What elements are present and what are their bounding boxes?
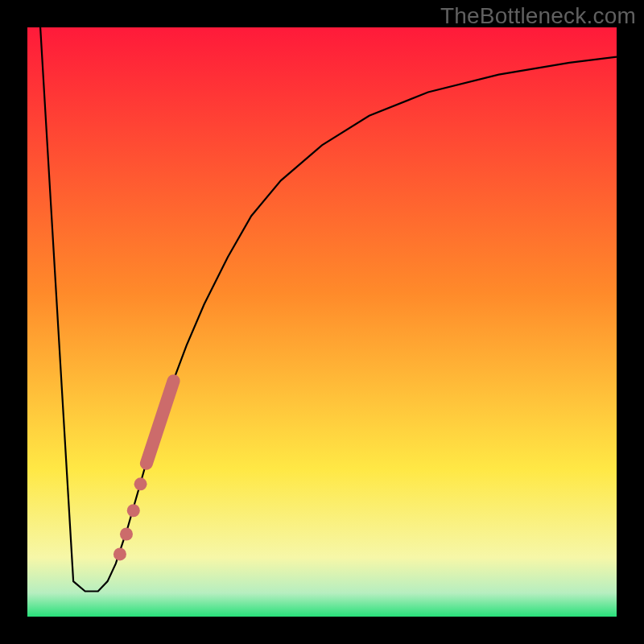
chart-frame: { "watermark": "TheBottleneck.com", "col… [0, 0, 644, 644]
bottleneck-chart [0, 0, 644, 644]
marker-dot [120, 528, 133, 541]
marker-dot [127, 504, 140, 517]
plot-background [27, 27, 617, 617]
marker-dot [134, 477, 147, 490]
marker-dot [114, 547, 126, 560]
watermark-text: TheBottleneck.com [440, 3, 636, 29]
